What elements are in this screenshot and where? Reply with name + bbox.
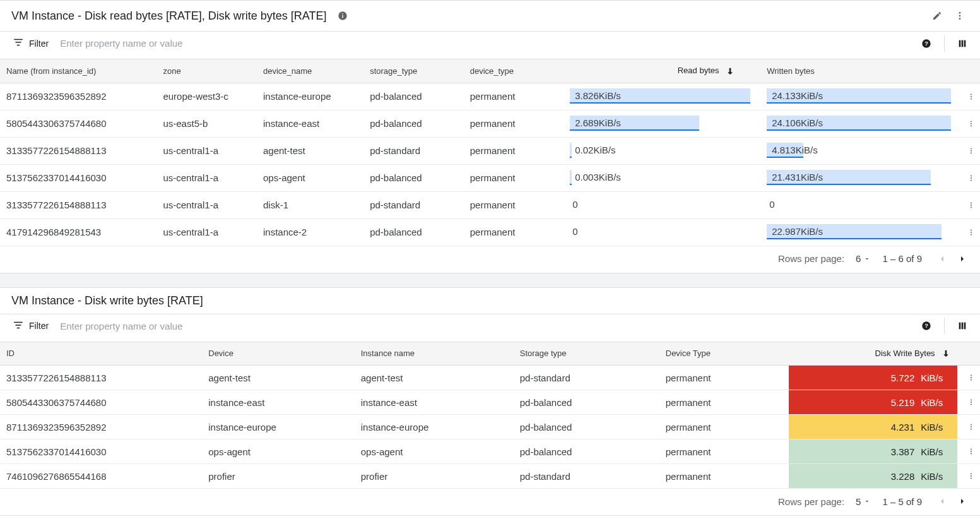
edit-icon[interactable] [928, 7, 946, 25]
col-disk-write[interactable]: Disk Write Bytes [789, 342, 958, 366]
cell-id: 5137562337014416030 [0, 439, 202, 464]
svg-point-28 [971, 206, 972, 208]
pager-label: Rows per page: [778, 496, 844, 507]
filter-label: Filter [29, 39, 49, 49]
metric-value: 24.106KiB/s [767, 115, 951, 131]
col-storage-type[interactable]: Storage type [514, 342, 659, 366]
svg-rect-8 [17, 45, 20, 46]
svg-rect-6 [14, 39, 23, 40]
row-more-icon[interactable] [964, 419, 979, 434]
table-row: 8711369323596352892europe-west3-cinstanc… [0, 83, 980, 110]
col-zone[interactable]: zone [156, 59, 257, 83]
pager-range: 1 – 5 of 9 [882, 496, 922, 507]
cell-device-type: permanent [659, 366, 789, 390]
help-icon[interactable]: ? [918, 35, 935, 52]
row-more-icon[interactable] [964, 143, 979, 158]
col-device-name[interactable]: device_name [257, 59, 363, 83]
cell-device-type: permanent [659, 439, 789, 464]
row-more-icon[interactable] [964, 225, 979, 240]
row-more-icon[interactable] [964, 198, 979, 213]
cell-device: ops-agent [202, 439, 355, 464]
panel-title: VM Instance - Disk write bytes [RATE] [11, 294, 203, 307]
svg-rect-34 [17, 327, 20, 328]
row-more-icon[interactable] [964, 370, 979, 385]
table-read-write: Name (from instance_id) zone device_name… [0, 59, 980, 246]
svg-point-43 [971, 400, 972, 401]
cell-id: 8711369323596352892 [0, 415, 202, 439]
cell-zone: us-central1-a [156, 218, 257, 246]
col-device[interactable]: Device [202, 342, 355, 366]
svg-point-24 [971, 177, 972, 179]
metric-value: 22.987KiB/s [767, 224, 951, 240]
table-row: 5137562337014416030us-central1-aops-agen… [0, 164, 980, 191]
col-id[interactable]: ID [0, 342, 202, 366]
row-more-icon[interactable] [964, 116, 979, 131]
columns-icon[interactable] [953, 317, 971, 335]
col-name[interactable]: Name (from instance_id) [0, 59, 156, 83]
svg-point-18 [971, 123, 972, 124]
filter-label: Filter [29, 321, 49, 331]
metric-value: 0 [767, 196, 951, 213]
page-size-select[interactable]: 5 [856, 496, 871, 507]
svg-rect-7 [16, 42, 21, 43]
cell-storage-type: pd-balanced [363, 218, 464, 246]
filter-input[interactable] [59, 317, 374, 335]
col-device-type[interactable]: device_type [464, 59, 564, 83]
col-read-bytes[interactable]: Read bytes [564, 59, 760, 83]
cell-zone: us-central1-a [156, 164, 257, 191]
cell-device-type: permanent [659, 390, 789, 415]
row-more-icon[interactable] [964, 468, 979, 484]
prev-page-icon[interactable] [933, 250, 951, 268]
svg-rect-13 [964, 40, 966, 47]
col-storage-type[interactable]: storage_type [363, 59, 464, 83]
cell-instance-name: instance-east [355, 390, 514, 415]
svg-text:?: ? [924, 40, 928, 47]
cell-disk-write: 3.387KiB/s [789, 439, 958, 464]
row-more-icon[interactable] [964, 89, 979, 104]
cell-device-name: instance-2 [257, 218, 363, 246]
svg-point-3 [959, 12, 961, 14]
table-write-bytes: ID Device Instance name Storage type Dev… [0, 342, 980, 489]
filter-input[interactable] [59, 34, 374, 52]
cell-device-type: permanent [464, 218, 564, 246]
svg-rect-37 [959, 323, 961, 330]
row-more-icon[interactable] [964, 170, 979, 186]
next-page-icon[interactable] [953, 250, 971, 268]
svg-point-49 [971, 449, 972, 450]
svg-point-17 [971, 121, 972, 122]
row-more-icon[interactable] [964, 395, 979, 410]
svg-point-48 [971, 429, 972, 430]
table-row: 3133577226154888113us-central1-adisk-1pd… [0, 191, 980, 218]
col-device-type[interactable]: Device Type [659, 342, 789, 366]
filter-icon [13, 319, 24, 333]
svg-point-25 [971, 179, 972, 181]
pager: Rows per page: 5 1 – 5 of 9 [0, 489, 980, 515]
row-more-icon[interactable] [964, 444, 979, 459]
more-icon[interactable] [951, 7, 969, 25]
svg-point-30 [971, 232, 972, 233]
help-icon[interactable]: ? [918, 317, 935, 335]
cell-device: instance-east [202, 390, 355, 415]
metric-value: 2.689KiB/s [570, 115, 754, 131]
next-page-icon[interactable] [953, 492, 971, 510]
col-written-bytes[interactable]: Written bytes [760, 59, 957, 83]
table-row: 3133577226154888113agent-testagent-testp… [0, 366, 980, 390]
metric-value: 24.133KiB/s [767, 88, 951, 104]
table-row: 3133577226154888113us-central1-aagent-te… [0, 137, 980, 164]
prev-page-icon[interactable] [933, 492, 951, 510]
col-instance-name[interactable]: Instance name [355, 342, 514, 366]
cell-storage-type: pd-standard [514, 366, 659, 390]
metric-value: 0 [570, 196, 754, 213]
page-size-select[interactable]: 6 [856, 253, 871, 264]
cell-name: 5137562337014416030 [0, 164, 156, 191]
svg-point-47 [971, 426, 972, 427]
svg-point-19 [971, 125, 972, 126]
cell-device: profier [202, 464, 355, 489]
metric-value: 0.02KiB/s [570, 142, 754, 158]
columns-icon[interactable] [953, 35, 971, 52]
svg-point-22 [971, 152, 972, 153]
cell-name: 5805443306375744680 [0, 110, 156, 137]
table-row: 5805443306375744680instance-eastinstance… [0, 390, 980, 415]
info-icon[interactable] [334, 7, 351, 25]
cell-device-type: permanent [659, 415, 789, 439]
